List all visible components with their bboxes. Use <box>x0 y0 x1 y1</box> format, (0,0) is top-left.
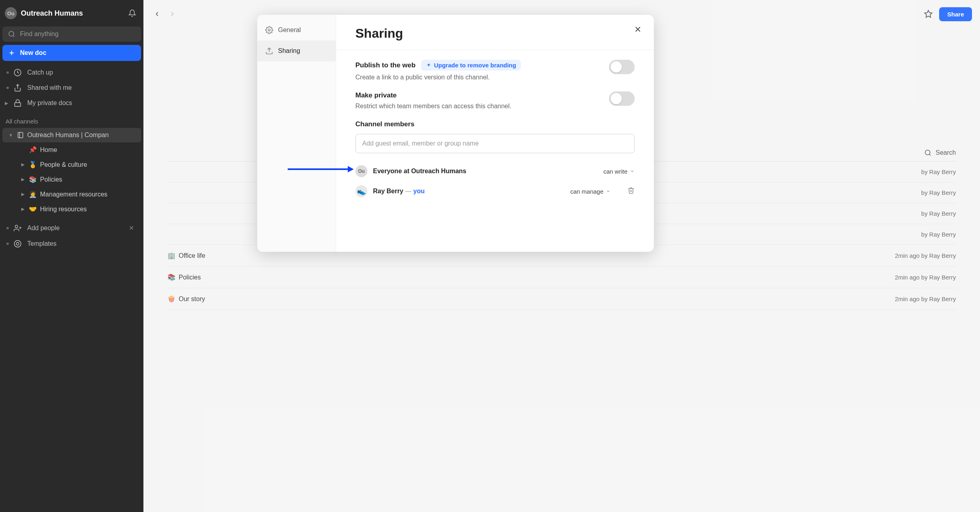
channel-root[interactable]: ▼ Outreach Humans | Compan <box>2 128 141 142</box>
tab-general[interactable]: General <box>257 20 336 40</box>
svg-point-13 <box>16 243 19 245</box>
upload-icon <box>265 47 273 55</box>
chevron-right-icon[interactable]: ▶ <box>20 206 26 212</box>
svg-rect-6 <box>15 103 21 106</box>
plus-icon <box>8 49 15 57</box>
avatar: Ou <box>355 165 367 177</box>
svg-point-9 <box>15 225 18 228</box>
private-label: Make private <box>355 91 609 99</box>
tree-item-people-culture[interactable]: ▶ 🏅 People & culture <box>2 157 141 172</box>
search-icon <box>8 30 15 38</box>
share-icon <box>14 84 22 92</box>
tab-sharing[interactable]: Sharing <box>257 40 336 61</box>
svg-rect-7 <box>18 132 23 138</box>
publish-desc: Create a link to a public version of thi… <box>355 74 609 81</box>
tree-item-policies[interactable]: ▶ 📚 Policies <box>2 172 141 187</box>
main-area: Share Search by Ray Berryby Ray Berryby … <box>143 0 980 512</box>
permission-select[interactable]: can manage <box>570 188 611 195</box>
setting-private: Make private Restrict which team members… <box>355 91 635 110</box>
sidebar: Ou Outreach Humans Find anything New doc… <box>0 0 143 512</box>
bell-icon[interactable] <box>128 9 136 17</box>
search-input[interactable]: Find anything <box>2 26 141 42</box>
svg-point-12 <box>14 241 21 247</box>
nav-templates[interactable]: Templates <box>0 236 143 251</box>
pin-icon: 📌 <box>29 146 37 154</box>
nav-catch-up[interactable]: Catch up <box>0 65 143 80</box>
close-icon <box>633 25 642 34</box>
tree-item-home[interactable]: 📌 Home <box>2 142 141 157</box>
tree-item-management[interactable]: ▶ 🧑‍💼 Management resources <box>2 187 141 202</box>
chevron-down-icon <box>630 169 635 174</box>
sharing-modal: General Sharing Sharing Publish to the w… <box>257 15 654 252</box>
close-button[interactable] <box>632 24 643 35</box>
member-row: 👟 Ray Berry — you can manage <box>355 181 635 201</box>
publish-label: Publish to the web <box>355 61 415 69</box>
handshake-icon: 🤝 <box>29 205 37 213</box>
chevron-down-icon[interactable]: ▼ <box>8 133 14 138</box>
tree-item-hiring[interactable]: ▶ 🤝 Hiring resources <box>2 202 141 217</box>
books-icon: 📚 <box>29 176 37 183</box>
clock-icon <box>14 69 22 77</box>
avatar: 👟 <box>355 185 367 197</box>
sparkle-icon <box>426 63 432 68</box>
channel-members-heading: Channel members <box>355 120 635 128</box>
person-icon: 🧑‍💼 <box>29 190 37 198</box>
templates-icon <box>14 240 22 248</box>
channel-icon <box>17 132 24 139</box>
setting-publish: Publish to the web Upgrade to remove bra… <box>355 60 635 81</box>
modal-title: Sharing <box>355 26 635 41</box>
permission-select[interactable]: can write <box>603 168 635 175</box>
workspace-name: Outreach Humans <box>21 9 124 18</box>
member-row: Ou Everyone at Outreach Humans can write <box>355 161 635 181</box>
svg-point-0 <box>9 31 14 36</box>
new-doc-label: New doc <box>20 49 46 57</box>
add-member-input[interactable]: Add guest email, member or group name <box>355 134 635 153</box>
chevron-right-icon[interactable]: ▶ <box>20 162 26 167</box>
private-desc: Restrict which team members can access t… <box>355 103 609 110</box>
chevron-right-icon[interactable]: ▶ <box>20 192 26 197</box>
new-doc-button[interactable]: New doc <box>2 45 141 61</box>
workspace-header[interactable]: Ou Outreach Humans <box>0 7 143 26</box>
user-plus-icon <box>14 224 22 232</box>
lock-icon <box>14 99 22 107</box>
close-icon[interactable]: × <box>129 223 136 233</box>
chevron-right-icon[interactable]: ▶ <box>20 177 26 182</box>
nav-shared-with-me[interactable]: Shared with me <box>0 80 143 95</box>
modal-sidebar: General Sharing <box>257 15 336 252</box>
private-toggle[interactable] <box>609 91 635 106</box>
divider <box>336 50 654 50</box>
workspace-avatar: Ou <box>5 7 17 19</box>
svg-line-1 <box>13 35 14 36</box>
member-name: Everyone at Outreach Humans <box>373 168 598 175</box>
modal-content: Sharing Publish to the web Upgrade to re… <box>336 15 654 252</box>
svg-point-19 <box>268 29 270 31</box>
nav-add-people[interactable]: Add people × <box>0 220 143 236</box>
member-name: Ray Berry — you <box>373 188 565 195</box>
remove-member-button[interactable] <box>627 187 635 196</box>
gear-icon <box>265 26 273 34</box>
upgrade-pill[interactable]: Upgrade to remove branding <box>421 60 521 71</box>
publish-toggle[interactable] <box>609 60 635 74</box>
chevron-down-icon <box>606 189 611 194</box>
nav-my-private-docs[interactable]: ▶ My private docs <box>0 95 143 111</box>
search-placeholder: Find anything <box>20 30 58 38</box>
medal-icon: 🏅 <box>29 161 37 168</box>
all-channels-label: All channels <box>0 111 143 128</box>
